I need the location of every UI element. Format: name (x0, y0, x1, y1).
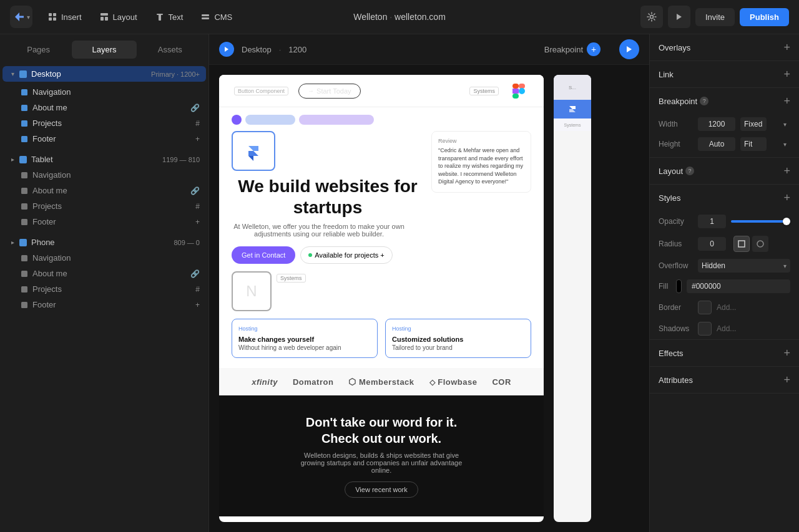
breakpoint-header[interactable]: Breakpoint ? + (650, 88, 799, 114)
text-button[interactable]: Text (147, 8, 191, 26)
hero-row: We build websites for startups At Wellet… (232, 131, 531, 264)
overlays-add-icon[interactable]: + (783, 42, 790, 53)
effects-header[interactable]: Effects + (650, 340, 799, 366)
layer-projects-desktop[interactable]: Projects # (2, 115, 206, 131)
effects-add-icon[interactable]: + (783, 347, 790, 359)
height-input[interactable] (698, 137, 735, 151)
layer-phone[interactable]: ▸ Phone 809 — 0 (2, 235, 206, 250)
layer-aboutme-phone[interactable]: About me 🔗 (2, 266, 206, 281)
hero-text-area: We build websites for startups At Wellet… (232, 131, 424, 264)
canvas-content[interactable]: Button Component → Start Today Systems (209, 65, 649, 532)
link-header[interactable]: Link + (650, 61, 799, 87)
border-add-label[interactable]: Add... (717, 303, 736, 312)
desktop-frame-icon (19, 70, 27, 79)
svg-marker-29 (627, 46, 632, 52)
layer-tablet[interactable]: ▸ Tablet 1199 — 810 (2, 152, 206, 167)
projects-icon-desktop (20, 119, 29, 128)
canvas-topbar: Desktop · 1200 Breakpoint + (209, 34, 649, 65)
canvas-play-button[interactable] (219, 42, 234, 57)
layout-header[interactable]: Layout ? + (650, 158, 799, 184)
svg-rect-4 (100, 13, 108, 16)
layer-aboutme-desktop[interactable]: About me 🔗 (2, 100, 206, 115)
invite-button[interactable]: Invite (695, 8, 735, 26)
breakpoint-info-icon[interactable]: ? (700, 97, 708, 105)
left-tabs: Pages Layers Assets (0, 34, 208, 59)
opacity-slider[interactable] (731, 220, 790, 223)
layout-section: Layout ? + (650, 158, 799, 185)
systems-badge: Systems (469, 87, 499, 95)
projects-icon-phone (20, 285, 29, 294)
projects-label-phone: Projects (32, 284, 192, 294)
settings-button[interactable] (640, 6, 663, 28)
layer-projects-tablet[interactable]: Projects # (2, 198, 206, 214)
cta-button[interactable]: Get in Contact (232, 246, 295, 264)
layer-navigation-tablet[interactable]: Navigation (2, 167, 206, 183)
link-add-icon[interactable]: + (783, 69, 790, 80)
layer-desktop[interactable]: ▾ Desktop Primary · 1200+ (2, 66, 206, 82)
hero-headline: We build websites for startups (232, 176, 424, 218)
height-row: Height Fit Fixed (650, 134, 799, 157)
fill-color-swatch[interactable] (676, 279, 682, 293)
footer-icon-desktop (20, 135, 29, 143)
layer-navigation-desktop[interactable]: Navigation (2, 84, 206, 100)
tab-assets[interactable]: Assets (138, 41, 202, 59)
breakpoint-add-icon[interactable]: + (783, 95, 790, 107)
available-button[interactable]: Available for projects + (300, 246, 392, 264)
publish-button[interactable]: Publish (740, 8, 789, 26)
layout-info-icon[interactable]: ? (685, 167, 694, 175)
svg-rect-22 (21, 219, 27, 225)
overflow-select[interactable]: Hidden Visible Scroll (698, 259, 790, 273)
nav-label-phone: Navigation (32, 253, 200, 263)
logo-button[interactable]: ▾ (10, 6, 32, 28)
styles-header[interactable]: Styles + (650, 185, 799, 211)
notion-row: N Systems (232, 271, 531, 311)
projects-icon-tablet (20, 202, 29, 211)
fill-hex-input[interactable] (687, 279, 790, 293)
svg-rect-30 (512, 84, 519, 89)
height-mode-select[interactable]: Fit Fixed (740, 137, 767, 151)
canvas-area: Desktop · 1200 Breakpoint + Button Compo… (209, 34, 649, 532)
svg-rect-1 (53, 13, 56, 16)
breakpoint-button[interactable]: Breakpoint + (538, 39, 607, 59)
width-mode-select[interactable]: Fixed Auto (740, 117, 767, 131)
breakpoint-add-icon[interactable]: + (587, 42, 600, 56)
styles-add-icon[interactable]: + (783, 192, 790, 203)
layout-button[interactable]: Layout (92, 8, 145, 26)
width-mode-wrapper: Fixed Auto (740, 117, 790, 131)
insert-button[interactable]: Insert (40, 8, 89, 26)
phone-badge: 809 — 0 (174, 239, 200, 246)
radius-round-button[interactable] (752, 236, 768, 252)
radius-square-button[interactable] (733, 236, 750, 252)
attributes-header[interactable]: Attributes + (650, 367, 799, 393)
tab-layers[interactable]: Layers (72, 41, 136, 59)
start-today-btn[interactable]: → Start Today (298, 84, 360, 99)
attributes-add-icon[interactable]: + (783, 374, 790, 385)
shadows-add-label[interactable]: Add... (717, 324, 736, 333)
tab-pages[interactable]: Pages (6, 41, 71, 59)
play-button[interactable] (668, 6, 690, 28)
layer-projects-phone[interactable]: Projects # (2, 281, 206, 297)
svg-rect-5 (100, 17, 104, 21)
next-frame-button[interactable] (619, 39, 639, 59)
layer-aboutme-tablet[interactable]: About me 🔗 (2, 183, 206, 198)
layer-footer-phone[interactable]: Footer + (2, 297, 206, 312)
layer-navigation-phone[interactable]: Navigation (2, 250, 206, 266)
radius-input[interactable] (698, 237, 726, 251)
overlays-header[interactable]: Overlays + (650, 34, 799, 60)
cms-button[interactable]: CMS (193, 8, 240, 26)
opacity-input[interactable] (698, 215, 726, 228)
collapse-arrow-tablet[interactable]: ▸ (9, 156, 16, 163)
collapse-arrow-desktop[interactable]: ▾ (9, 70, 16, 78)
breakpoint-section: Breakpoint ? + Width Fixed Auto Height (650, 88, 799, 158)
layer-footer-tablet[interactable]: Footer + (2, 214, 206, 230)
feature2-label: Hosting (392, 326, 524, 332)
footer-icon-tablet (20, 218, 29, 226)
svg-rect-24 (21, 255, 27, 261)
layer-footer-desktop[interactable]: Footer + (2, 131, 206, 147)
collapse-arrow-phone[interactable]: ▸ (9, 239, 16, 246)
layout-add-icon[interactable]: + (783, 165, 790, 177)
width-input[interactable] (698, 117, 735, 131)
website-preview-main: Button Component → Start Today Systems (219, 75, 544, 522)
view-recent-button[interactable]: View recent work (345, 481, 418, 498)
tablet-frame-icon (19, 155, 27, 164)
